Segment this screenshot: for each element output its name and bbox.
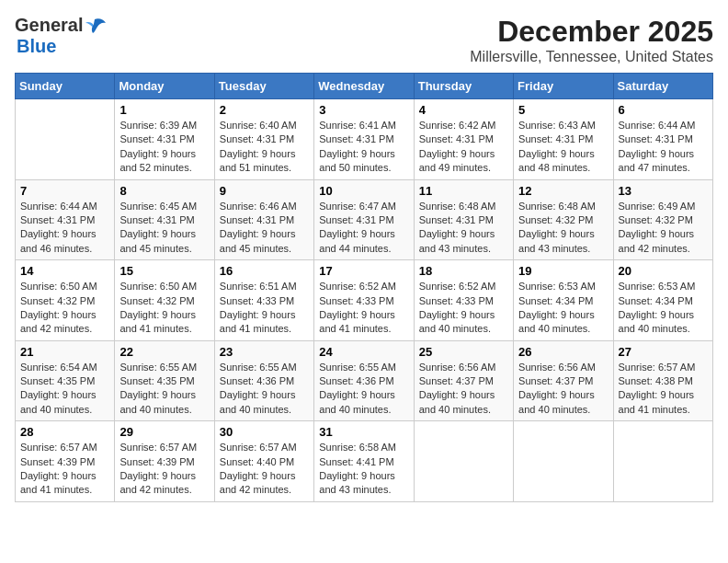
sunrise-text: Sunrise: 6:57 AM [20, 442, 97, 453]
daylight-text: Daylight: 9 hours and 41 minutes. [619, 389, 695, 414]
sunrise-text: Sunrise: 6:51 AM [220, 281, 297, 292]
sunset-text: Sunset: 4:31 PM [319, 214, 393, 225]
calendar-cell: 29Sunrise: 6:57 AMSunset: 4:39 PMDayligh… [115, 421, 214, 502]
day-number: 13 [619, 184, 708, 198]
sunrise-text: Sunrise: 6:44 AM [20, 201, 97, 212]
calendar-week-row: 7Sunrise: 6:44 AMSunset: 4:31 PMDaylight… [16, 179, 713, 260]
sunrise-text: Sunrise: 6:42 AM [419, 120, 496, 131]
sunset-text: Sunset: 4:32 PM [119, 295, 194, 306]
calendar-week-row: 28Sunrise: 6:57 AMSunset: 4:39 PMDayligh… [16, 421, 713, 502]
sunrise-text: Sunrise: 6:43 AM [518, 120, 596, 131]
daylight-text: Daylight: 9 hours and 41 minutes. [119, 309, 196, 334]
daylight-text: Daylight: 9 hours and 40 minutes. [119, 389, 196, 414]
day-number: 1 [119, 103, 209, 117]
daylight-text: Daylight: 9 hours and 45 minutes. [220, 228, 296, 253]
daylight-text: Daylight: 9 hours and 40 minutes. [419, 309, 495, 334]
day-info: Sunrise: 6:57 AMSunset: 4:39 PMDaylight:… [20, 441, 109, 498]
day-number: 6 [619, 103, 708, 117]
day-info: Sunrise: 6:53 AMSunset: 4:34 PMDaylight:… [518, 280, 608, 337]
day-info: Sunrise: 6:50 AMSunset: 4:32 PMDaylight:… [20, 280, 109, 337]
calendar-cell: 22Sunrise: 6:55 AMSunset: 4:35 PMDayligh… [115, 340, 214, 421]
sunset-text: Sunset: 4:31 PM [220, 133, 294, 144]
calendar-cell: 31Sunrise: 6:58 AMSunset: 4:41 PMDayligh… [314, 421, 414, 502]
daylight-text: Daylight: 9 hours and 52 minutes. [119, 148, 196, 173]
sunset-text: Sunset: 4:31 PM [119, 214, 194, 225]
day-number: 30 [220, 425, 309, 439]
sunrise-text: Sunrise: 6:52 AM [419, 281, 496, 292]
day-info: Sunrise: 6:58 AMSunset: 4:41 PMDaylight:… [319, 441, 408, 498]
sunset-text: Sunset: 4:36 PM [220, 375, 294, 386]
day-number: 11 [419, 184, 508, 198]
calendar-cell: 3Sunrise: 6:41 AMSunset: 4:31 PMDaylight… [314, 99, 414, 180]
sunset-text: Sunset: 4:31 PM [220, 214, 294, 225]
day-info: Sunrise: 6:54 AMSunset: 4:35 PMDaylight:… [20, 361, 109, 418]
sunset-text: Sunset: 4:31 PM [419, 214, 494, 225]
sunrise-text: Sunrise: 6:55 AM [319, 362, 396, 373]
sunrise-text: Sunrise: 6:52 AM [319, 281, 396, 292]
day-info: Sunrise: 6:57 AMSunset: 4:40 PMDaylight:… [220, 441, 309, 498]
sunset-text: Sunset: 4:31 PM [20, 214, 95, 225]
daylight-text: Daylight: 9 hours and 45 minutes. [119, 228, 196, 253]
day-info: Sunrise: 6:55 AMSunset: 4:35 PMDaylight:… [119, 361, 209, 418]
sunrise-text: Sunrise: 6:57 AM [220, 442, 297, 453]
sunrise-text: Sunrise: 6:49 AM [619, 201, 696, 212]
calendar-cell: 1Sunrise: 6:39 AMSunset: 4:31 PMDaylight… [115, 99, 214, 180]
daylight-text: Daylight: 9 hours and 43 minutes. [419, 228, 495, 253]
calendar-cell: 11Sunrise: 6:48 AMSunset: 4:31 PMDayligh… [414, 179, 513, 260]
sunrise-text: Sunrise: 6:39 AM [119, 120, 197, 131]
weekday-header-monday: Monday [115, 74, 214, 99]
day-number: 2 [220, 103, 309, 117]
day-info: Sunrise: 6:50 AMSunset: 4:32 PMDaylight:… [119, 280, 209, 337]
sunset-text: Sunset: 4:33 PM [419, 295, 494, 306]
day-number: 7 [20, 184, 109, 198]
day-info: Sunrise: 6:40 AMSunset: 4:31 PMDaylight:… [220, 119, 309, 176]
sunrise-text: Sunrise: 6:41 AM [319, 120, 396, 131]
calendar-cell: 30Sunrise: 6:57 AMSunset: 4:40 PMDayligh… [214, 421, 313, 502]
calendar-cell: 17Sunrise: 6:52 AMSunset: 4:33 PMDayligh… [314, 260, 414, 341]
location: Millersville, Tennessee, United States [470, 49, 713, 65]
sunrise-text: Sunrise: 6:53 AM [518, 281, 596, 292]
sunset-text: Sunset: 4:33 PM [220, 295, 294, 306]
sunset-text: Sunset: 4:32 PM [518, 214, 593, 225]
sunset-text: Sunset: 4:38 PM [619, 375, 693, 386]
day-info: Sunrise: 6:41 AMSunset: 4:31 PMDaylight:… [319, 119, 408, 176]
daylight-text: Daylight: 9 hours and 49 minutes. [419, 148, 495, 173]
day-info: Sunrise: 6:45 AMSunset: 4:31 PMDaylight:… [119, 200, 209, 257]
header: General Blue December 2025 Millersville,… [15, 15, 713, 65]
day-number: 5 [518, 103, 608, 117]
day-number: 12 [518, 184, 608, 198]
daylight-text: Daylight: 9 hours and 41 minutes. [319, 309, 395, 334]
calendar-cell: 7Sunrise: 6:44 AMSunset: 4:31 PMDaylight… [16, 179, 115, 260]
calendar-cell: 27Sunrise: 6:57 AMSunset: 4:38 PMDayligh… [613, 340, 712, 421]
title-area: December 2025 Millersville, Tennessee, U… [470, 15, 713, 65]
day-info: Sunrise: 6:47 AMSunset: 4:31 PMDaylight:… [319, 200, 408, 257]
weekday-header-wednesday: Wednesday [314, 74, 414, 99]
day-info: Sunrise: 6:55 AMSunset: 4:36 PMDaylight:… [319, 361, 408, 418]
daylight-text: Daylight: 9 hours and 40 minutes. [619, 309, 695, 334]
month-title: December 2025 [470, 15, 713, 49]
day-number: 28 [20, 425, 109, 439]
calendar-cell [414, 421, 513, 502]
day-number: 17 [319, 264, 408, 278]
sunset-text: Sunset: 4:32 PM [20, 295, 95, 306]
sunrise-text: Sunrise: 6:48 AM [518, 201, 596, 212]
sunrise-text: Sunrise: 6:56 AM [518, 362, 596, 373]
daylight-text: Daylight: 9 hours and 40 minutes. [518, 389, 595, 414]
daylight-text: Daylight: 9 hours and 41 minutes. [20, 470, 97, 495]
calendar-cell: 18Sunrise: 6:52 AMSunset: 4:33 PMDayligh… [414, 260, 513, 341]
sunset-text: Sunset: 4:36 PM [319, 375, 393, 386]
sunset-text: Sunset: 4:31 PM [619, 133, 693, 144]
calendar-cell: 24Sunrise: 6:55 AMSunset: 4:36 PMDayligh… [314, 340, 414, 421]
day-number: 23 [220, 345, 309, 359]
sunrise-text: Sunrise: 6:54 AM [20, 362, 97, 373]
calendar-cell: 26Sunrise: 6:56 AMSunset: 4:37 PMDayligh… [514, 340, 613, 421]
calendar-week-row: 14Sunrise: 6:50 AMSunset: 4:32 PMDayligh… [16, 260, 713, 341]
daylight-text: Daylight: 9 hours and 42 minutes. [619, 228, 695, 253]
sunset-text: Sunset: 4:37 PM [518, 375, 593, 386]
calendar-cell: 10Sunrise: 6:47 AMSunset: 4:31 PMDayligh… [314, 179, 414, 260]
calendar-cell: 19Sunrise: 6:53 AMSunset: 4:34 PMDayligh… [514, 260, 613, 341]
day-info: Sunrise: 6:42 AMSunset: 4:31 PMDaylight:… [419, 119, 508, 176]
calendar-cell: 14Sunrise: 6:50 AMSunset: 4:32 PMDayligh… [16, 260, 115, 341]
day-info: Sunrise: 6:52 AMSunset: 4:33 PMDaylight:… [419, 280, 508, 337]
sunset-text: Sunset: 4:39 PM [119, 456, 194, 467]
